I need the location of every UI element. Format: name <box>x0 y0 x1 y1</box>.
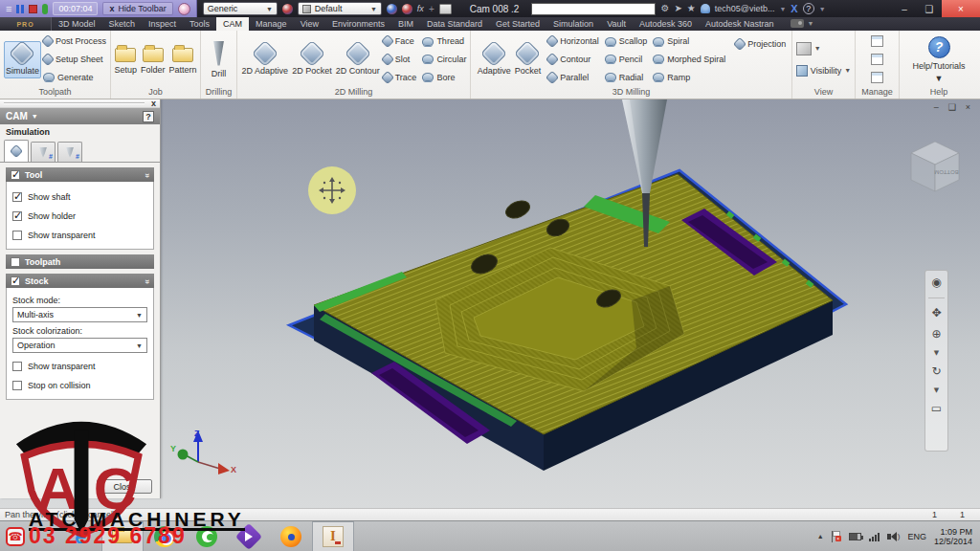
exchange-apps-icon[interactable]: X <box>791 3 797 14</box>
language-indicator[interactable]: ENG <box>907 532 926 541</box>
orbit-icon[interactable]: ↻ <box>931 365 941 378</box>
maximize-button[interactable]: ❑ <box>917 0 942 17</box>
doc-restore-button[interactable]: ❑ <box>948 102 956 112</box>
show-holder-row[interactable]: Show holder <box>12 207 147 226</box>
panel-grip[interactable]: x <box>0 99 160 108</box>
view-cube[interactable]: BOTTOM <box>911 142 959 191</box>
spiral-button[interactable]: Spiral <box>653 33 725 50</box>
help-tutorials-button[interactable]: ? Help/Tutorials ▼ <box>911 34 966 85</box>
collapse-chevron-icon[interactable]: » <box>143 172 152 176</box>
stock-show-transparent-checkbox[interactable] <box>12 362 22 371</box>
thread-button[interactable]: Thread <box>422 33 466 50</box>
style-preset-dropdown[interactable]: Generic▼ <box>203 2 278 15</box>
webcam-icon[interactable] <box>178 3 190 15</box>
minimize-button[interactable]: – <box>892 0 917 17</box>
radial-button[interactable]: Radial <box>605 69 648 85</box>
chevron-down-icon[interactable]: ▼ <box>779 6 786 12</box>
search-input[interactable] <box>531 3 656 15</box>
collapse-chevron-icon[interactable]: » <box>143 278 152 282</box>
send-icon[interactable]: ➤ <box>674 4 681 13</box>
section-tool-header[interactable]: Tool » <box>6 167 154 182</box>
tab-tool-2[interactable]: # <box>57 142 82 162</box>
show-holder-checkbox[interactable] <box>12 211 22 221</box>
pencil-button[interactable]: Pencil <box>605 51 648 67</box>
look-at-icon[interactable]: ▭ <box>931 403 942 415</box>
tab-autodesk-nastran[interactable]: Autodesk Nastran <box>699 17 781 31</box>
2d-pocket-button[interactable]: 2D Pocket <box>291 42 333 77</box>
generate-button[interactable]: Generate <box>43 69 106 85</box>
hide-toolbar-button[interactable]: xHide Toolbar <box>102 2 172 15</box>
battery-icon[interactable] <box>849 533 861 540</box>
add-icon[interactable]: + <box>429 4 434 14</box>
toolpath-section-checkbox[interactable] <box>11 257 20 267</box>
scallop-button[interactable]: Scallop <box>605 33 648 50</box>
stop-icon[interactable] <box>29 5 37 13</box>
help-icon[interactable]: ? <box>803 3 814 14</box>
chevron-down-icon[interactable]: ▼ <box>934 349 939 357</box>
stock-section-checkbox[interactable] <box>11 276 20 286</box>
tab-autodesk-360[interactable]: Autodesk 360 <box>633 17 699 31</box>
task-list-icon[interactable] <box>871 72 883 83</box>
appearance-dropdown[interactable]: Default▼ <box>298 2 382 15</box>
contour-button[interactable]: Contour <box>547 51 599 67</box>
zoom-icon[interactable]: ⊕ <box>931 328 941 341</box>
tool-section-checkbox[interactable] <box>11 170 20 180</box>
bore-button[interactable]: Bore <box>422 69 466 85</box>
user-avatar-icon[interactable] <box>701 4 710 13</box>
show-shaft-checkbox[interactable] <box>12 192 22 202</box>
show-transparent-row[interactable]: Show transparent <box>12 226 147 245</box>
parallel-button[interactable]: Parallel <box>547 69 599 85</box>
simulate-button[interactable]: Simulate <box>4 41 41 78</box>
microphone-icon[interactable] <box>42 4 48 14</box>
tab-data-standard[interactable]: Data Standard <box>420 17 489 31</box>
trace-button[interactable]: Trace <box>383 69 417 85</box>
adjust-icon[interactable] <box>387 4 397 14</box>
tab-simulation-settings[interactable] <box>4 140 29 162</box>
pocket-button[interactable]: Pocket <box>514 42 543 77</box>
pan-hand-icon[interactable]: ✥ <box>931 307 941 320</box>
morphed-spiral-button[interactable]: Morphed Spiral <box>653 51 725 67</box>
appearance-icon[interactable] <box>402 4 412 14</box>
stock-mode-select[interactable]: Multi-axis▼ <box>12 307 147 322</box>
section-toolpath-header[interactable]: Toolpath <box>6 254 154 269</box>
face-button[interactable]: Face <box>383 33 417 50</box>
show-shaft-row[interactable]: Show shaft <box>12 187 147 207</box>
pattern-button[interactable]: Pattern <box>168 42 198 77</box>
setup-sheet-button[interactable]: Setup Sheet <box>43 51 106 67</box>
tab-tools[interactable]: Tools <box>183 17 216 31</box>
tab-manage[interactable]: Manage <box>249 17 294 31</box>
chevron-down-icon[interactable]: ▼ <box>808 20 814 31</box>
doc-close-button[interactable]: × <box>966 102 970 112</box>
tab-environments[interactable]: Environments <box>325 17 391 31</box>
taskbar-inventor-icon[interactable]: I <box>312 521 354 551</box>
tray-expand-icon[interactable]: ▲ <box>817 533 824 540</box>
adaptive-button[interactable]: Adaptive <box>477 42 512 77</box>
tab-vault[interactable]: Vault <box>600 17 633 31</box>
stock-show-transparent-row[interactable]: Show transparent <box>12 357 147 376</box>
projection-button[interactable]: Projection <box>735 35 786 52</box>
close-button[interactable]: × <box>942 0 980 17</box>
visibility-dropdown[interactable]: Visibility▼ <box>796 62 851 78</box>
tab-inspect[interactable]: Inspect <box>142 17 183 31</box>
2d-adaptive-button[interactable]: 2D Adaptive <box>241 42 290 77</box>
clock[interactable]: 1:09 PM 12/5/2014 <box>934 527 972 546</box>
recorder-menu-icon[interactable]: ≡ <box>6 4 11 14</box>
color-wheel-icon[interactable] <box>282 4 293 14</box>
panel-header[interactable]: CAM▼ ? <box>0 108 160 124</box>
tab-bim[interactable]: BIM <box>391 17 420 31</box>
folder-button[interactable]: Folder <box>140 42 167 77</box>
section-stock-header[interactable]: Stock » <box>6 274 154 288</box>
stop-on-collision-checkbox[interactable] <box>12 381 22 390</box>
stop-on-collision-row[interactable]: Stop on collision <box>12 376 147 395</box>
tab-cam[interactable]: CAM <box>216 17 249 31</box>
signed-in-user[interactable]: tech05@vietb... <box>715 4 775 13</box>
tab-3d-model[interactable]: 3D Model <box>52 17 102 31</box>
ramp-button[interactable]: Ramp <box>653 69 725 85</box>
full-navigation-wheel-icon[interactable]: ◉ <box>931 276 941 289</box>
pause-icon[interactable] <box>16 5 24 13</box>
post-process-button[interactable]: Post Process <box>43 33 106 50</box>
circular-button[interactable]: Circular <box>422 51 466 67</box>
camera-icon[interactable] <box>791 19 804 28</box>
slot-button[interactable]: Slot <box>383 51 417 67</box>
stock-colorization-select[interactable]: Operation▼ <box>12 338 147 353</box>
